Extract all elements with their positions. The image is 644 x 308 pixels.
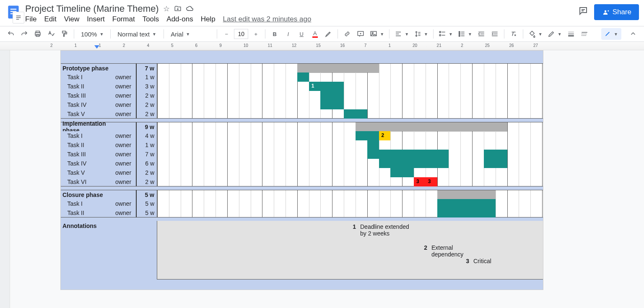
clear-formatting-button[interactable] [508, 28, 519, 40]
gantt-bar [297, 72, 309, 82]
outline-toggle-button[interactable] [13, 12, 24, 23]
gantt-cells [157, 168, 543, 177]
ruler-tick: 1 [99, 43, 101, 48]
gantt-chart: Prototype phase7 w Task Iowner1 w Task I… [61, 51, 543, 290]
gantt-row: Task Iowner5 w [61, 199, 543, 208]
italic-button[interactable]: I [282, 28, 294, 40]
task-duration: 7 w [136, 150, 157, 159]
gantt-row: Task Iowner1 w [61, 72, 543, 82]
gantt-cells [157, 159, 543, 168]
bulleted-list-button[interactable]: ▼ [456, 28, 474, 40]
highlight-button[interactable] [322, 28, 334, 40]
gantt-row: Task IVowner2 w [61, 100, 543, 109]
svg-rect-12 [439, 35, 441, 36]
task-duration: 2 w [136, 100, 157, 109]
gantt-cells [157, 91, 543, 100]
task-duration: 2 w [136, 177, 157, 186]
style-select[interactable]: Normal text▼ [114, 28, 160, 40]
gantt-row: Task IVowner6 w [61, 159, 543, 168]
border-width-button[interactable] [565, 28, 577, 40]
task-owner: owner [111, 168, 136, 177]
task-owner: owner [111, 72, 136, 82]
menu-edit[interactable]: Edit [44, 15, 56, 23]
task-duration: 3 w [136, 82, 157, 91]
gantt-bar [390, 168, 414, 177]
decrease-indent-button[interactable] [475, 28, 487, 40]
svg-point-13 [459, 31, 460, 33]
gantt-bar: 1 [309, 82, 344, 91]
gantt-row: Implementation phase9 w [61, 122, 543, 131]
share-button[interactable]: Share [594, 4, 639, 20]
font-size-decrease[interactable]: − [221, 28, 232, 40]
task-duration: 5 w [136, 199, 157, 208]
gantt-row: Task VIowner2 w33 [61, 177, 543, 186]
add-comment-button[interactable] [355, 28, 366, 40]
task-duration: 5 w [136, 190, 157, 199]
collapse-toolbar-button[interactable] [627, 28, 639, 40]
menu-help[interactable]: Help [201, 15, 216, 23]
menu-file[interactable]: File [25, 15, 36, 23]
document-page[interactable]: Prototype phase7 w Task Iowner1 w Task I… [60, 50, 543, 290]
gantt-bar: 3 [414, 177, 426, 186]
print-button[interactable] [32, 28, 44, 40]
doc-title[interactable]: Project Timeline (Marine Theme) [25, 3, 159, 14]
text-color-button[interactable]: A [309, 28, 321, 40]
insert-link-button[interactable] [341, 28, 353, 40]
undo-button[interactable] [5, 28, 17, 40]
svg-rect-7 [62, 31, 66, 33]
ruler-tick: 4 [147, 43, 149, 48]
fill-color-button[interactable]: ▼ [527, 28, 544, 40]
zoom-select[interactable]: 100%▼ [78, 28, 107, 40]
menu-view[interactable]: View [64, 15, 80, 23]
menu-addons[interactable]: Add-ons [166, 15, 193, 23]
horizontal-ruler[interactable]: 2112456910111215167120212252627 [0, 42, 644, 50]
gantt-cells: 33 [157, 177, 543, 186]
align-button[interactable]: ▼ [393, 28, 410, 40]
underline-button[interactable]: U [296, 28, 307, 40]
titlebar: Project Timeline (Marine Theme) ☆ File E… [25, 3, 578, 23]
cloud-status-icon[interactable] [186, 5, 194, 13]
border-color-button[interactable]: ▼ [546, 28, 564, 40]
redo-button[interactable] [18, 28, 30, 40]
last-edit[interactable]: Last edit was 2 minutes ago [223, 15, 312, 23]
increase-indent-button[interactable] [489, 28, 501, 40]
editing-mode-button[interactable]: ▼ [601, 28, 621, 40]
task-owner [111, 122, 136, 131]
vertical-ruler[interactable] [0, 50, 10, 308]
spellcheck-button[interactable] [45, 28, 57, 40]
line-spacing-button[interactable]: ▼ [412, 28, 430, 40]
task-duration: 6 w [136, 159, 157, 168]
task-name: Task III [61, 150, 111, 159]
font-size-increase[interactable]: + [250, 28, 262, 40]
ruler-tick: 1 [388, 43, 391, 48]
font-select[interactable]: Arial▼ [167, 28, 213, 40]
task-duration: 1 w [136, 140, 157, 150]
bold-button[interactable]: B [269, 28, 280, 40]
gantt-bar [484, 150, 507, 159]
task-duration: 2 w [136, 109, 157, 118]
ruler-tick: 25 [485, 43, 490, 48]
move-icon[interactable] [174, 5, 182, 13]
paint-format-button[interactable] [59, 28, 70, 40]
font-size-input[interactable]: 10 [234, 29, 248, 39]
menu-insert[interactable]: Insert [87, 15, 105, 23]
star-icon[interactable]: ☆ [163, 4, 170, 13]
ruler-tick: 1 [75, 43, 77, 48]
menu-format[interactable]: Format [112, 15, 135, 23]
svg-point-14 [459, 34, 460, 35]
gantt-bar [484, 159, 507, 168]
task-name: Task IV [61, 159, 111, 168]
task-owner: owner [111, 140, 136, 150]
insert-image-button[interactable]: ▼ [368, 28, 386, 40]
task-owner: owner [111, 177, 136, 186]
comments-icon[interactable] [578, 6, 588, 18]
menu-tools[interactable]: Tools [143, 15, 159, 23]
gantt-row: Task Iowner4 w2 [61, 131, 543, 140]
border-dash-button[interactable] [579, 28, 590, 40]
toolbar: 100%▼ Normal text▼ Arial▼ − 10 + B I U A… [0, 26, 644, 42]
ruler-tick: 5 [171, 43, 174, 48]
gantt-footer-strip [61, 280, 543, 290]
checklist-button[interactable]: ▼ [437, 28, 454, 40]
gantt-cells: 2 [157, 131, 543, 140]
task-name: Task II [61, 82, 111, 91]
